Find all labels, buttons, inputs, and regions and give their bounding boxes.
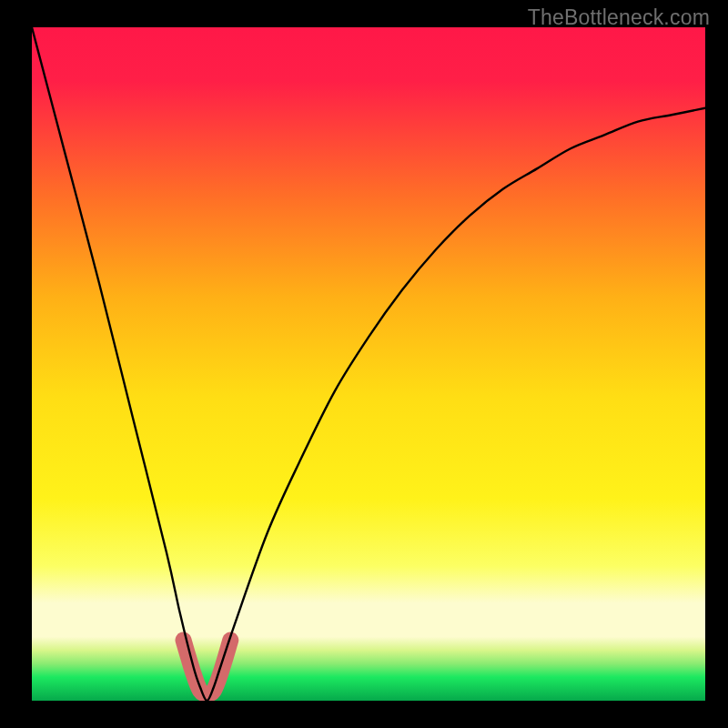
plot-area bbox=[32, 27, 705, 701]
curve-path bbox=[32, 27, 705, 701]
watermark-text: TheBottleneck.com bbox=[528, 5, 710, 30]
min-region-highlight bbox=[184, 640, 231, 693]
bottleneck-curve bbox=[32, 27, 705, 701]
chart-frame: TheBottleneck.com bbox=[0, 0, 728, 728]
